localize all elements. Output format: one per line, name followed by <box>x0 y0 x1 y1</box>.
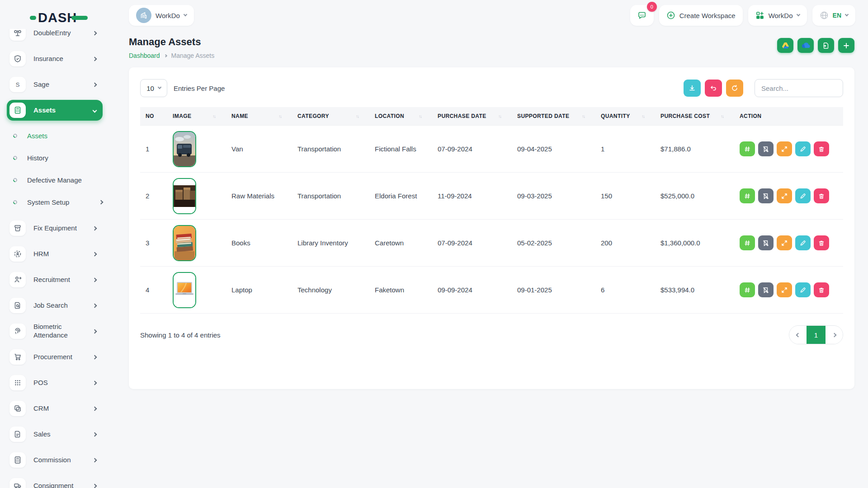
cart-icon <box>9 349 26 365</box>
column-header-supported-date[interactable]: SUPPORTED DATE↑↓ <box>512 107 595 126</box>
pagination: 1 <box>789 325 843 344</box>
column-header-quantity[interactable]: QUANTITY↑↓ <box>595 107 655 126</box>
bookmark-off-button[interactable] <box>758 188 774 203</box>
table-row: 3 Books Library Inventory Caretown 07-09… <box>140 220 843 267</box>
trash-icon <box>818 193 825 199</box>
barcode-button[interactable] <box>740 282 755 297</box>
import-file-button[interactable] <box>818 38 834 53</box>
refresh-button[interactable] <box>726 80 743 97</box>
trash-icon <box>818 146 825 152</box>
submenu-item-history[interactable]: History <box>7 149 103 167</box>
submenu-item-assets[interactable]: Assets <box>7 127 103 145</box>
onedrive-button[interactable] <box>797 38 814 53</box>
workdo-menu-button[interactable]: WorkDo <box>748 5 807 26</box>
sidebar-item-assets[interactable]: Assets <box>7 100 103 121</box>
row-actions <box>740 141 839 156</box>
sidebar-item-crm[interactable]: CRM <box>7 398 103 419</box>
chevron-right-icon <box>93 483 97 488</box>
sidebar-item-consignment[interactable]: Consignment <box>7 475 103 488</box>
asset-image-van[interactable] <box>173 131 196 167</box>
asset-image-books[interactable] <box>173 225 196 261</box>
edit-button[interactable] <box>795 235 811 250</box>
download-button[interactable] <box>684 80 701 97</box>
table-row: 4 Laptop Technology Faketown 09-09-2024 … <box>140 267 843 314</box>
barcode-button[interactable] <box>740 235 755 250</box>
archive-box-icon <box>9 221 26 236</box>
asset-image-raw-materials[interactable] <box>173 178 196 214</box>
bullet-icon <box>12 177 18 183</box>
expand-button[interactable] <box>777 141 792 156</box>
messages-button[interactable]: 0 <box>630 5 654 26</box>
submenu-item-system-setup[interactable]: System Setup <box>7 193 103 211</box>
undo-button[interactable] <box>705 80 722 97</box>
sidebar-item-recruitment[interactable]: Recruitment <box>7 269 103 290</box>
sort-icon: ↑↓ <box>356 114 365 119</box>
breadcrumb: Dashboard Manage Assets <box>129 52 214 59</box>
delete-button[interactable] <box>814 282 829 297</box>
column-header-purchase-date[interactable]: PURCHASE DATE↑↓ <box>432 107 512 126</box>
bookmark-off-button[interactable] <box>758 235 774 250</box>
sidebar-item-job-search[interactable]: Job Search <box>7 295 103 316</box>
expand-icon <box>781 287 788 293</box>
bullet-icon <box>12 199 18 205</box>
grid-dots-icon <box>9 375 26 390</box>
sidebar-item-insurance[interactable]: Insurance <box>7 48 103 69</box>
assets-card: 10 Entries Per Page <box>129 67 854 389</box>
entries-per-page-select[interactable]: 10 <box>140 79 167 97</box>
google-drive-button[interactable] <box>777 38 793 53</box>
page-number-1[interactable]: 1 <box>807 325 826 344</box>
create-workspace-button[interactable]: Create Workspace <box>659 5 743 26</box>
sidebar-item-procurement[interactable]: Procurement <box>7 347 103 367</box>
bookmark-off-button[interactable] <box>758 282 774 297</box>
onedrive-icon <box>802 42 810 48</box>
sidebar-item-biometric-attendance[interactable]: Biometric Attendance <box>7 321 103 342</box>
sidebar-item-commission[interactable]: Commission <box>7 450 103 470</box>
expand-icon <box>781 193 788 199</box>
submenu-item-defective-manage[interactable]: Defective Manage <box>7 171 103 189</box>
column-header-name[interactable]: NAME↑↓ <box>226 107 292 126</box>
chevron-right-icon <box>93 303 97 308</box>
chevron-down-icon <box>158 85 161 89</box>
logo-accent-dash <box>71 16 88 20</box>
column-header-location[interactable]: LOCATION↑↓ <box>369 107 432 126</box>
bookmark-off-button[interactable] <box>758 141 774 156</box>
next-page-button[interactable] <box>826 325 843 344</box>
sidebar-item-sales[interactable]: Sales <box>7 424 103 445</box>
workspace-selector[interactable]: WorkDo <box>129 5 194 26</box>
column-header-no[interactable]: NO <box>140 107 167 126</box>
language-selector[interactable]: EN <box>812 5 855 26</box>
expand-button[interactable] <box>777 282 792 297</box>
sidebar-menu: DoubleEntry Insurance S Sage Assets <box>0 29 111 488</box>
google-drive-icon <box>782 42 789 49</box>
table-header-row: NO IMAGE↑↓ NAME↑↓ CATEGORY↑↓ LOCATION↑↓ … <box>140 107 843 126</box>
column-header-action: ACTION <box>734 107 843 126</box>
column-header-purchase-cost[interactable]: PURCHASE COST↑↓ <box>655 107 734 126</box>
search-input[interactable] <box>755 79 843 97</box>
sidebar-item-hrm[interactable]: HRM <box>7 244 103 264</box>
edit-button[interactable] <box>795 141 811 156</box>
sidebar-item-doubleentry[interactable]: DoubleEntry <box>7 29 103 43</box>
barcode-button[interactable] <box>740 188 755 203</box>
delete-button[interactable] <box>814 141 829 156</box>
column-header-image[interactable]: IMAGE↑↓ <box>167 107 226 126</box>
document-icon <box>9 427 26 442</box>
delete-button[interactable] <box>814 235 829 250</box>
app-logo[interactable]: DASH <box>0 8 111 27</box>
asset-image-laptop[interactable] <box>173 272 196 308</box>
chevron-right-icon <box>93 355 97 359</box>
sidebar-item-pos[interactable]: POS <box>7 372 103 393</box>
delete-button[interactable] <box>814 188 829 203</box>
barcode-button[interactable] <box>740 141 755 156</box>
expand-button[interactable] <box>777 235 792 250</box>
column-header-category[interactable]: CATEGORY↑↓ <box>292 107 369 126</box>
chevron-right-icon <box>93 329 97 333</box>
calculator-icon <box>9 103 26 118</box>
previous-page-button[interactable] <box>789 325 807 344</box>
expand-button[interactable] <box>777 188 792 203</box>
edit-button[interactable] <box>795 282 811 297</box>
edit-button[interactable] <box>795 188 811 203</box>
sidebar-item-sage[interactable]: S Sage <box>7 74 103 95</box>
sidebar-item-fix-equipment[interactable]: Fix Equipment <box>7 218 103 239</box>
breadcrumb-dashboard-link[interactable]: Dashboard <box>129 52 160 59</box>
add-asset-button[interactable] <box>838 38 854 53</box>
